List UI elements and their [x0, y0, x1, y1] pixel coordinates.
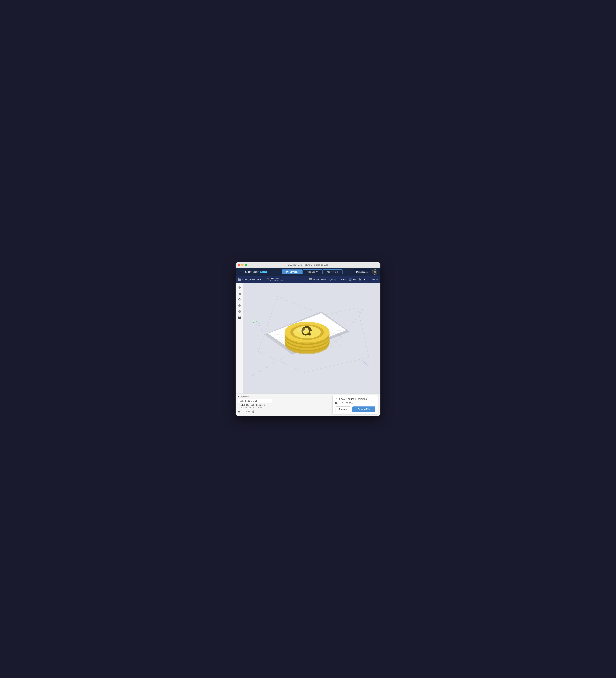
ultimaker-logo-icon: U: [239, 269, 244, 274]
support-icon: [359, 278, 362, 281]
material-bars-icon: [335, 402, 338, 405]
nozzle-text: 0.4mm Nozzle: [270, 279, 283, 281]
support-row: On · Off: [359, 278, 375, 281]
left-toolbar: [235, 283, 243, 393]
svg-text:U: U: [240, 271, 242, 274]
svg-rect-3: [238, 278, 240, 279]
svg-rect-85: [337, 403, 338, 404]
nav-buttons: PREPARE PREVIEW MONITOR: [271, 269, 354, 274]
svg-point-73: [309, 333, 311, 336]
object-reset-icon[interactable]: ⟳: [248, 410, 250, 413]
infill-row: 5%: [349, 278, 356, 281]
svg-rect-12: [359, 278, 360, 280]
svg-rect-19: [240, 294, 241, 295]
object-dimensions: 104.3 x 104.3 x 187.4 mm: [238, 407, 272, 409]
print-actions: Preview Save to File: [335, 407, 375, 412]
object-delete-icon[interactable]: 🗑: [252, 410, 255, 413]
nav-preview-button[interactable]: PREVIEW: [302, 269, 322, 274]
logo-ultimaker-text: Ultimaker: [245, 270, 259, 274]
mirror-tool-button[interactable]: [237, 303, 242, 308]
header-right: Marketplace M: [354, 269, 377, 274]
svg-rect-14: [359, 280, 361, 280]
edit-settings-icon[interactable]: ✏: [376, 278, 378, 281]
material-name-text: All3DP PLA: [270, 277, 283, 279]
chevron-down-icon[interactable]: ▾: [238, 395, 239, 398]
rotate-tool-button[interactable]: [237, 297, 242, 302]
printer-section: Creality Ender-3 Pro ‹: [238, 278, 263, 281]
viewport-svg: [243, 283, 381, 393]
info-icon[interactable]: ⓘ: [373, 397, 375, 401]
close-button[interactable]: [238, 264, 240, 266]
pencil-small-icon: ✏: [238, 404, 240, 406]
svg-rect-26: [238, 312, 239, 313]
object-list-section: ▾ Object list Light_Fixture_2.stl ✏ CE3P…: [238, 395, 272, 413]
material-chevron[interactable]: ‹: [284, 278, 285, 281]
svg-rect-4: [309, 278, 312, 279]
toolbar: Creality Ender-3 Pro ‹ 🛡 All3DP PLA 0.4m…: [235, 276, 381, 283]
object-file[interactable]: Light_Fixture_2.stl: [238, 399, 272, 403]
printer-name-text: Creality Ender-3 Pro: [243, 278, 261, 280]
object-arrange-icon[interactable]: □: [242, 410, 243, 413]
adhesion-icon: [368, 278, 371, 281]
infill-percent: 5%: [353, 278, 356, 280]
toolbar-right: All3DP "Perfect ...Quality - 0.12mm 5%: [309, 277, 378, 281]
object-name-text: CE3PRO_Light_Fixture_2: [241, 404, 265, 406]
svg-rect-84: [337, 402, 337, 404]
svg-rect-25: [240, 310, 241, 311]
svg-rect-6: [309, 280, 312, 280]
object-list-label: ▾ Object list: [238, 395, 272, 398]
material-text: 110g · 36.73m: [339, 402, 353, 404]
folder-icon: [238, 278, 241, 281]
material-row: 110g · 36.73m: [335, 402, 375, 405]
per-object-tool-button[interactable]: [237, 309, 242, 314]
svg-rect-29: [239, 317, 240, 319]
profile-text: All3DP "Perfect ...Quality - 0.12mm: [313, 278, 346, 280]
user-avatar[interactable]: M: [372, 269, 377, 274]
window-title: CE3PRO_Light_Fixture_2 - Ultimaker Cura: [288, 264, 328, 266]
maximize-button[interactable]: [245, 264, 247, 266]
app-logo: U Ultimaker Cura: [239, 269, 267, 274]
support-tool-button[interactable]: [237, 315, 242, 320]
svg-rect-83: [336, 403, 336, 404]
svg-line-20: [239, 293, 240, 294]
svg-rect-15: [369, 280, 371, 280]
logo-cura-text: Cura: [260, 270, 267, 274]
object-view-icon[interactable]: ⊞: [238, 410, 240, 413]
main-window: CE3PRO_Light_Fixture_2 - Ultimaker Cura …: [235, 262, 381, 416]
svg-rect-13: [360, 279, 361, 280]
svg-rect-24: [238, 310, 239, 311]
svg-point-74: [297, 328, 308, 333]
material-section: 🛡 All3DP PLA 0.4mm Nozzle ‹: [267, 277, 285, 281]
preview-button[interactable]: Preview: [335, 407, 351, 412]
svg-marker-22: [238, 304, 239, 306]
toolbar-divider-1: [265, 277, 265, 281]
object-clone-icon[interactable]: ⧉: [245, 410, 247, 413]
bottom-panel: ▾ Object list Light_Fixture_2.stl ✏ CE3P…: [235, 393, 381, 416]
printer-chevron[interactable]: ‹: [263, 278, 263, 281]
scale-tool-button[interactable]: [237, 291, 242, 296]
print-time-row: ⏱ 1 day 2 hours 33 minutes ⓘ: [335, 397, 375, 401]
svg-rect-28: [238, 316, 239, 319]
title-bar: CE3PRO_Light_Fixture_2 - Ultimaker Cura: [235, 262, 381, 268]
svg-rect-27: [240, 312, 241, 313]
move-tool-button[interactable]: [237, 285, 242, 290]
svg-rect-5: [309, 279, 312, 279]
object-name-row: ✏ CE3PRO_Light_Fixture_2: [238, 404, 272, 406]
marketplace-button[interactable]: Marketplace: [354, 270, 370, 274]
clock-icon: ⏱: [335, 398, 338, 400]
material-info: All3DP PLA 0.4mm Nozzle: [270, 277, 283, 281]
nav-prepare-button[interactable]: PREPARE: [282, 269, 302, 274]
support-divider: ·: [366, 278, 367, 280]
svg-rect-30: [240, 316, 241, 319]
object-action-icons: ⊞ □ ⧉ ⟳ 🗑: [238, 410, 272, 413]
nav-monitor-button[interactable]: MONITOR: [323, 269, 342, 274]
infill-icon: [349, 278, 352, 281]
viewport[interactable]: [243, 283, 381, 393]
adhesion-off-text: Off: [372, 278, 375, 280]
svg-rect-82: [335, 402, 336, 404]
traffic-lights: [238, 264, 247, 266]
minimize-button[interactable]: [241, 264, 244, 266]
main-content: [235, 283, 381, 393]
svg-rect-18: [238, 292, 239, 293]
save-to-file-button[interactable]: Save to File: [352, 407, 375, 412]
